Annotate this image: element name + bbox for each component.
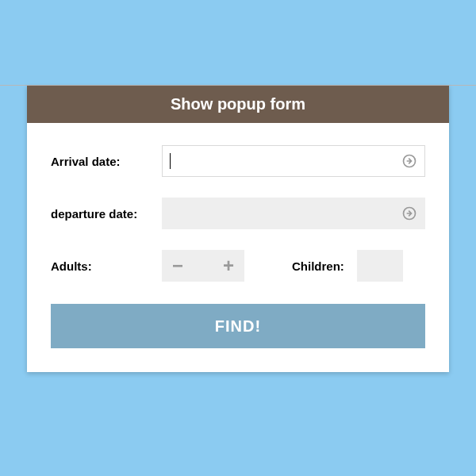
- departure-label: departure date:: [51, 207, 162, 221]
- adults-label: Adults:: [51, 259, 162, 273]
- find-button-label: FIND!: [215, 317, 261, 335]
- departure-date-input[interactable]: [162, 198, 425, 229]
- popup-form: Show popup form Arrival date: departure …: [27, 86, 449, 372]
- arrow-right-circle-icon[interactable]: [401, 153, 417, 169]
- minus-icon: −: [172, 255, 183, 277]
- popup-title: Show popup form: [171, 95, 305, 113]
- arrival-row: Arrival date:: [51, 145, 425, 177]
- counts-row: Adults: − + Children:: [51, 250, 425, 282]
- adults-input[interactable]: [194, 250, 213, 282]
- arrival-input-wrap: [162, 145, 425, 177]
- children-input[interactable]: [357, 250, 403, 282]
- departure-input-wrap: [162, 198, 425, 229]
- find-button[interactable]: FIND!: [51, 304, 425, 348]
- adults-increment-button[interactable]: +: [213, 250, 244, 282]
- departure-row: departure date:: [51, 198, 425, 229]
- adults-stepper: − +: [162, 250, 244, 282]
- adults-decrement-button[interactable]: −: [162, 250, 194, 282]
- popup-header: Show popup form: [27, 86, 449, 123]
- text-cursor: [170, 153, 171, 169]
- plus-icon: +: [223, 255, 234, 277]
- popup-body: Arrival date: departure date:: [27, 123, 449, 372]
- children-label: Children:: [292, 259, 344, 273]
- arrival-date-input[interactable]: [162, 145, 425, 177]
- arrival-label: Arrival date:: [51, 155, 162, 168]
- arrow-right-circle-icon[interactable]: [401, 205, 417, 221]
